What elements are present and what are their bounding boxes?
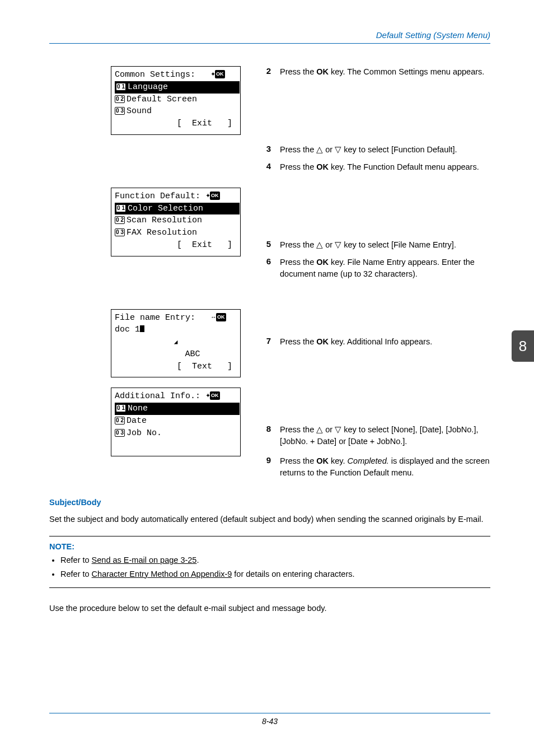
subject-body-paragraph: Set the subject and body automatically e… bbox=[49, 514, 490, 526]
step-text: Press the OK key. The Function Default m… bbox=[280, 161, 490, 173]
chapter-tab: 8 bbox=[512, 330, 534, 362]
step-text: Press the OK key. Additional Info appear… bbox=[280, 336, 490, 348]
step-text: Press the or key to select [Function Def… bbox=[280, 144, 490, 156]
step-8: 8 Press the or key to select [None], [Da… bbox=[263, 424, 490, 447]
step-text: Press the OK key. Completed. is displaye… bbox=[280, 455, 490, 479]
step-number: 6 bbox=[263, 256, 271, 266]
step-number: 2 bbox=[263, 66, 271, 76]
down-triangle-icon bbox=[335, 145, 341, 154]
procedure-paragraph: Use the procedure below to set the defau… bbox=[49, 603, 490, 615]
down-triangle-icon bbox=[335, 425, 341, 434]
signal-icon: ◢ bbox=[174, 339, 178, 346]
link-character-entry-method[interactable]: Character Entry Method on Appendix-9 bbox=[92, 570, 232, 578]
step-text: Press the OK key. The Common Settings me… bbox=[280, 66, 490, 78]
step-7: 7 Press the OK key. Additional Info appe… bbox=[263, 336, 490, 348]
step-number: 9 bbox=[263, 455, 271, 465]
subject-body-heading: Subject/Body bbox=[49, 498, 490, 507]
page-number: 8-43 bbox=[262, 717, 278, 726]
lcd-additional-info: Additional Info.: ✦OK 0 1None 0 2Date 0 … bbox=[111, 388, 241, 456]
step-5: 5 Press the or key to select [File Name … bbox=[263, 239, 490, 251]
step-3: 3 Press the or key to select [Function D… bbox=[263, 144, 490, 156]
note-bullet-1: Refer to Send as E-mail on page 3-25. bbox=[60, 553, 490, 567]
header-title: Default Setting (System Menu) bbox=[376, 30, 490, 40]
step-number: 3 bbox=[263, 144, 271, 153]
page-footer: 8-43 bbox=[49, 713, 490, 726]
step-9: 9 Press the OK key. Completed. is displa… bbox=[263, 455, 490, 479]
lcd-function-default: Function Default: ✦OK 0 1Color Selection… bbox=[111, 188, 241, 256]
step-text: Press the or key to select [File Name En… bbox=[280, 239, 490, 251]
step-number: 7 bbox=[263, 336, 271, 346]
step-number: 5 bbox=[263, 239, 271, 249]
note-bullet-2: Refer to Character Entry Method on Appen… bbox=[60, 567, 490, 581]
step-number: 8 bbox=[263, 424, 271, 433]
note-block: NOTE: Refer to Send as E-mail on page 3-… bbox=[49, 536, 490, 588]
step-number: 4 bbox=[263, 161, 271, 171]
left-column: Common Settings: ✦OK 0 1Language 0 2Defa… bbox=[49, 66, 242, 456]
down-triangle-icon bbox=[335, 240, 341, 249]
note-label: NOTE: bbox=[49, 542, 490, 551]
up-triangle-icon bbox=[316, 240, 323, 249]
link-send-as-email[interactable]: Send as E-mail on page 3-25 bbox=[92, 556, 197, 564]
lcd-common-settings: Common Settings: ✦OK 0 1Language 0 2Defa… bbox=[111, 66, 241, 135]
up-triangle-icon bbox=[316, 425, 323, 434]
up-triangle-icon bbox=[316, 145, 323, 154]
page-header: Default Setting (System Menu) bbox=[49, 30, 490, 44]
step-6: 6 Press the OK key. File Name Entry appe… bbox=[263, 256, 490, 280]
step-text: Press the or key to select [None], [Date… bbox=[280, 424, 490, 447]
right-column: 2 Press the OK key. The Common Settings … bbox=[263, 66, 490, 479]
step-4: 4 Press the OK key. The Function Default… bbox=[263, 161, 490, 173]
step-2: 2 Press the OK key. The Common Settings … bbox=[263, 66, 490, 78]
lcd-file-name-entry: File name Entry: ↔OK doc 1 ◢ ABC [ Text … bbox=[111, 309, 241, 378]
step-text: Press the OK key. File Name Entry appear… bbox=[280, 256, 490, 280]
